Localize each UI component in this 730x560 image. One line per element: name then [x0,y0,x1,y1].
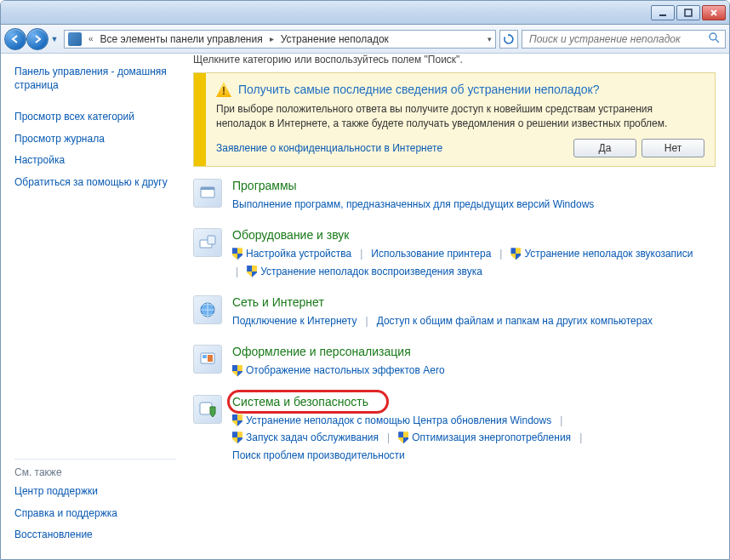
sidebar-see-also: См. также Центр поддержки Справка и подд… [14,459,176,551]
see-also-help[interactable]: Справка и поддержка [14,507,176,521]
category-appearance-title[interactable]: Оформление и персонализация [232,345,699,358]
info-heading-text: Получить самые последние сведения об уст… [238,83,599,96]
shield-icon [247,266,257,277]
category-hardware-title[interactable]: Оборудование и звук [232,228,699,242]
sidebar-link-ask-friend[interactable]: Обратиться за помощью к другу [14,176,176,190]
search-icon [709,32,720,46]
sidebar-link-settings[interactable]: Настройка [14,154,176,168]
main: Щелкните категорию или воспользуйтесь по… [186,54,729,559]
svg-rect-11 [208,355,213,362]
chevron-right-icon: ▸ [270,34,274,43]
navbar: ▼ « Все элементы панели управления ▸ Уст… [1,25,729,54]
hardware-icon [193,228,222,257]
svg-rect-5 [201,187,214,190]
content: Панель управления - домашняя страница Пр… [1,54,729,559]
control-panel-icon [68,32,82,46]
warning-icon: ! [216,82,231,97]
top-hint: Щелкните категорию или воспользуйтесь по… [193,54,716,72]
category-system-security: Система и безопасность Устранение непола… [193,395,699,464]
sidebar-home-link[interactable]: Панель управления - домашняя страница [14,66,176,92]
info-no-button[interactable]: Нет [642,139,704,157]
sub-windows-update[interactable]: Устранение неполадок с помощью Центра об… [246,412,551,429]
info-bar-body: При выборе положительного ответа вы полу… [216,102,704,132]
svg-line-3 [716,39,719,43]
sidebar-link-all-categories[interactable]: Просмотр всех категорий [14,111,176,124]
see-also-header: См. также [14,459,176,478]
info-bar-stripe [194,73,206,166]
programs-icon [193,179,222,208]
address-dropdown[interactable]: ▾ [488,35,492,43]
network-icon [193,295,222,324]
titlebar [1,1,729,25]
sub-performance[interactable]: Поиск проблем производительности [232,447,405,464]
appearance-icon [193,345,222,374]
see-also-recovery[interactable]: Восстановление [14,529,176,542]
sub-power[interactable]: Оптимизация энергопотребления [412,429,571,446]
svg-rect-1 [685,9,692,16]
sub-maintenance[interactable]: Запуск задач обслуживания [246,429,379,446]
categories: Программы Выполнение программ, предназна… [193,179,716,464]
sub-audio-record[interactable]: Устранение неполадок звукозаписи [524,245,693,262]
shield-icon [232,248,242,260]
system-security-icon [193,395,222,424]
privacy-statement-link[interactable]: Заявление о конфиденциальности в Интерне… [216,142,442,154]
shield-icon [232,414,242,426]
shield-icon [398,431,408,443]
category-appearance: Оформление и персонализация Отображение … [193,345,699,379]
nav-history-dropdown[interactable]: ▼ [48,28,60,50]
refresh-button[interactable] [499,30,518,49]
sub-audio-play[interactable]: Устранение неполадок воспроизведения зву… [260,263,482,280]
address-bar[interactable]: « Все элементы панели управления ▸ Устра… [64,30,496,49]
info-yes-button[interactable]: Да [573,139,636,157]
sub-printer[interactable]: Использование принтера [371,245,491,262]
category-network-title[interactable]: Сеть и Интернет [232,295,699,309]
info-bar: ! Получить самые последние сведения об у… [193,72,716,167]
category-hardware: Оборудование и звук Настройка устройства… [193,228,699,280]
category-system-security-title[interactable]: Система и безопасность [232,395,699,409]
window-maximize-button[interactable] [676,5,700,20]
category-programs-title[interactable]: Программы [232,179,699,192]
info-bar-heading: ! Получить самые последние сведения об у… [216,82,704,97]
nav-forward-button[interactable] [26,28,48,50]
sub-programs-compat[interactable]: Выполнение программ, предназначенных для… [232,196,594,213]
breadcrumb-seg-1[interactable]: Все элементы панели управления [100,33,263,45]
search-box[interactable] [522,30,726,49]
window-buttons [651,5,726,20]
window-minimize-button[interactable] [651,5,675,20]
sub-device-setup[interactable]: Настройка устройства [246,245,351,262]
svg-rect-0 [659,14,666,16]
shield-icon [510,248,521,260]
see-also-action-center[interactable]: Центр поддержки [14,485,176,499]
svg-rect-10 [202,355,207,358]
nav-back-button[interactable] [4,28,26,50]
shield-icon [232,365,242,377]
category-programs: Программы Выполнение программ, предназна… [193,179,699,213]
svg-point-2 [710,33,716,40]
sub-aero[interactable]: Отображение настольных эффектов Aero [246,362,445,379]
category-network: Сеть и Интернет Подключение к Интернету|… [193,295,699,329]
shield-icon [232,431,242,443]
window-close-button[interactable] [702,5,726,20]
breadcrumb-seg-2[interactable]: Устранение неполадок [281,33,389,45]
sub-internet[interactable]: Подключение к Интернету [232,312,357,329]
sidebar: Панель управления - домашняя страница Пр… [1,54,186,559]
search-input[interactable] [528,32,704,46]
breadcrumb-prefix: « [88,34,94,43]
nav-arrows: ▼ [4,28,60,50]
sidebar-link-history[interactable]: Просмотр журнала [14,133,176,146]
sub-shared[interactable]: Доступ к общим файлам и папкам на других… [377,312,653,329]
svg-rect-7 [208,236,215,244]
